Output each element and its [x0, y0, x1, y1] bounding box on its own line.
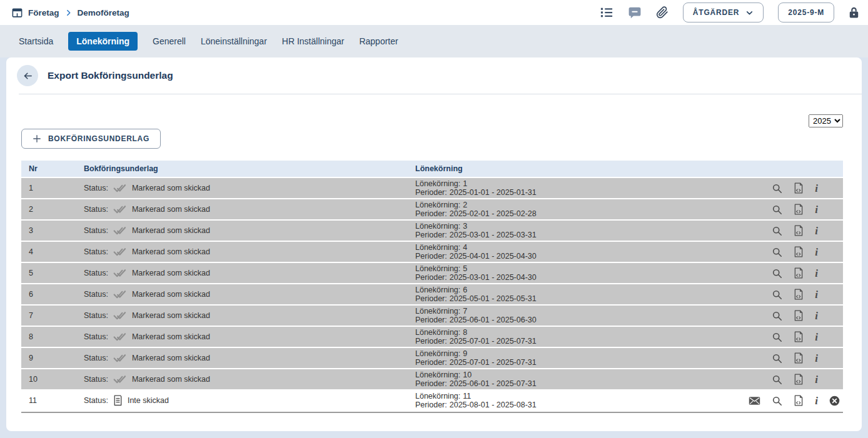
search-icon[interactable] [772, 332, 782, 342]
payroll-run: Lönekörning:10 [415, 371, 734, 379]
payroll-run: Lönekörning:3 [415, 222, 734, 231]
payroll-run: Lönekörning:4 [415, 243, 734, 252]
code-file-icon[interactable] [794, 246, 804, 257]
info-icon[interactable]: i [815, 353, 818, 364]
status-cell: Status: Inte skickad [84, 395, 415, 406]
title-divider [19, 94, 862, 94]
payroll-period: Perioder:2025-02-01 - 2025-02-28 [415, 209, 734, 218]
info-icon[interactable]: i [815, 332, 818, 342]
table-row: 7 Status: Markerad som skickad Lönekörni… [21, 306, 843, 326]
status-label: Status: [84, 354, 108, 362]
search-icon[interactable] [772, 204, 782, 215]
tab-rapporter[interactable]: Rapporter [359, 32, 398, 51]
info-icon[interactable]: i [815, 226, 818, 236]
page-header: Export Bokföringsunderlag [6, 57, 862, 94]
status-text: Inte skickad [128, 396, 169, 405]
tab-l-neinst-llningar[interactable]: Löneinställningar [201, 32, 267, 51]
arrow-left-icon [23, 71, 33, 81]
search-icon[interactable] [772, 396, 782, 406]
list-icon[interactable] [600, 6, 613, 19]
lonekorning-cell: Lönekörning:7 Perioder:2025-06-01 - 2025… [415, 307, 734, 324]
code-file-icon[interactable] [794, 204, 804, 215]
code-file-icon[interactable] [794, 310, 804, 321]
payroll-period: Perioder:2025-05-01 - 2025-05-31 [415, 294, 734, 303]
status-cell: Status: Markerad som skickad [84, 354, 415, 363]
top-header: Företag Demoföretag ÅTGÄRDER 2025-9-M [0, 0, 868, 25]
info-icon[interactable]: i [815, 183, 818, 194]
table-row: 4 Status: Markerad som skickad Lönekörni… [21, 242, 843, 262]
row-number: 9 [21, 354, 84, 362]
search-icon[interactable] [772, 247, 782, 257]
period-button[interactable]: 2025-9-M [778, 2, 834, 22]
chat-icon[interactable] [628, 6, 642, 19]
year-filter-row: 2025 [21, 114, 843, 127]
tab-hr-inst-llningar[interactable]: HR Inställningar [282, 32, 345, 51]
info-icon[interactable]: i [815, 289, 818, 300]
info-icon[interactable]: i [815, 268, 818, 279]
row-number: 11 [21, 396, 84, 405]
payroll-period: Perioder:2025-07-01 - 2025-07-31 [415, 337, 734, 346]
info-icon[interactable]: i [815, 374, 818, 385]
info-icon[interactable]: i [815, 396, 818, 406]
page-title: Export Bokföringsunderlag [48, 70, 173, 81]
tab-generell[interactable]: Generell [153, 32, 186, 51]
status-label: Status: [84, 332, 108, 341]
breadcrumb-demo-company[interactable]: Demoföretag [78, 8, 129, 17]
lonekorning-cell: Lönekörning:2 Perioder:2025-02-01 - 2025… [415, 201, 734, 218]
double-check-icon [113, 184, 127, 193]
status-label: Status: [84, 269, 108, 277]
tab-bar: Startsida Lönekörning Generell Löneinstä… [0, 25, 868, 57]
cancel-icon[interactable] [829, 396, 840, 406]
info-icon[interactable]: i [815, 204, 818, 215]
status-cell: Status: Markerad som skickad [84, 184, 415, 193]
actions-dropdown-label: ÅTGÄRDER [693, 8, 739, 17]
lonekorning-cell: Lönekörning:1 Perioder:2025-01-01 - 2025… [415, 179, 734, 197]
status-text: Markerad som skickad [132, 226, 210, 235]
tab-l-nek-rning[interactable]: Lönekörning [68, 32, 138, 51]
status-cell: Status: Markerad som skickad [84, 311, 415, 321]
tab-startsida[interactable]: Startsida [19, 32, 53, 51]
search-icon[interactable] [772, 374, 782, 385]
code-file-icon[interactable] [794, 331, 804, 342]
payroll-run: Lönekörning:11 [415, 392, 734, 401]
period-button-label: 2025-9-M [788, 8, 824, 17]
row-number: 4 [21, 247, 84, 256]
back-button[interactable] [17, 65, 38, 86]
column-header-bokforingsunderlag: Bokföringsunderlag [84, 164, 415, 173]
row-actions: i [734, 395, 843, 406]
table-row: 1 Status: Markerad som skickad Lönekörni… [21, 178, 843, 198]
code-file-icon[interactable] [794, 267, 804, 279]
code-file-icon[interactable] [794, 352, 804, 364]
table-body: 1 Status: Markerad som skickad Lönekörni… [21, 178, 843, 411]
code-file-icon[interactable] [794, 395, 804, 406]
code-file-icon[interactable] [794, 225, 804, 236]
row-number: 8 [21, 332, 84, 341]
envelope-icon[interactable] [749, 396, 760, 406]
year-select[interactable]: 2025 [809, 114, 843, 127]
info-icon[interactable]: i [815, 311, 818, 321]
status-cell: Status: Markerad som skickad [84, 247, 415, 257]
table-header: Nr Bokföringsunderlag Lönekörning [21, 161, 843, 177]
code-file-icon[interactable] [794, 182, 804, 194]
lonekorning-cell: Lönekörning:3 Perioder:2025-03-01 - 2025… [415, 222, 734, 239]
search-icon[interactable] [772, 268, 782, 279]
actions-dropdown-button[interactable]: ÅTGÄRDER [683, 2, 764, 22]
add-bokforingsunderlag-button[interactable]: BOKFÖRINGSUNDERLAG [21, 129, 161, 149]
table-row: 2 Status: Markerad som skickad Lönekörni… [21, 199, 843, 219]
info-icon[interactable]: i [815, 247, 818, 257]
search-icon[interactable] [772, 183, 782, 194]
code-file-icon[interactable] [794, 289, 804, 300]
search-icon[interactable] [772, 311, 782, 321]
table-row: 5 Status: Markerad som skickad Lönekörni… [21, 263, 843, 283]
search-icon[interactable] [772, 226, 782, 236]
column-header-lonekorning: Lönekörning [415, 164, 734, 173]
search-icon[interactable] [772, 353, 782, 364]
column-header-nr: Nr [21, 164, 84, 173]
lonekorning-cell: Lönekörning:9 Perioder:2025-07-01 - 2025… [415, 349, 734, 367]
code-file-icon[interactable] [794, 374, 804, 385]
search-icon[interactable] [772, 289, 782, 300]
breadcrumb-company[interactable]: Företag [28, 8, 59, 17]
row-number: 2 [21, 205, 84, 214]
status-cell: Status: Markerad som skickad [84, 332, 415, 342]
paperclip-icon[interactable] [656, 6, 669, 19]
